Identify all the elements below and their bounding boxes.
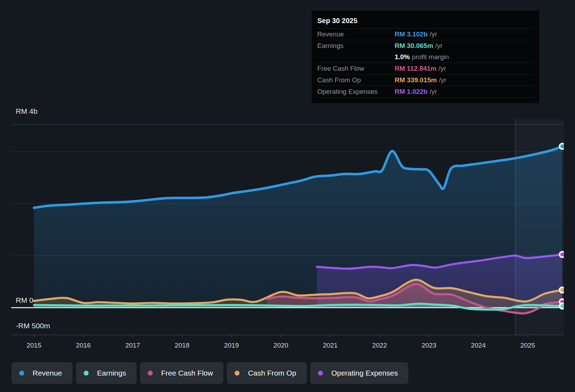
legend-dot-icon (148, 371, 153, 376)
tooltip-row-earnings: EarningsRM 30.065m/yr (317, 40, 534, 51)
x-axis-label-2024: 2024 (471, 342, 486, 349)
legend-label: Cash From Op (248, 369, 296, 377)
tooltip-row-value: RM 339.015m (395, 76, 437, 84)
legend-dot-icon (84, 371, 89, 376)
legend-label: Revenue (33, 369, 62, 377)
x-axis-label-2019: 2019 (224, 342, 239, 349)
tooltip-row-suffix: profit margin (412, 53, 449, 61)
legend-label: Earnings (97, 369, 126, 377)
end-marker-earnings[interactable] (560, 303, 564, 309)
x-axis-label-2017: 2017 (125, 342, 140, 349)
legend-item-cash-from-op[interactable]: Cash From Op (227, 362, 307, 384)
x-axis-label-2016: 2016 (76, 342, 91, 349)
end-marker-operating-expenses[interactable] (560, 252, 564, 257)
financials-chart-page: { "tooltip": { "date": "Sep 30 2025", "r… (0, 0, 575, 392)
legend-item-earnings[interactable]: Earnings (76, 362, 137, 384)
x-axis-label-2022: 2022 (372, 342, 387, 349)
tooltip-rows: RevenueRM 3.102b/yrEarningsRM 30.065m/yr… (317, 29, 534, 98)
tooltip-row-revenue: RevenueRM 3.102b/yr (317, 29, 534, 40)
tooltip-row-label: Revenue (317, 30, 395, 38)
x-axis-label-2015: 2015 (27, 342, 41, 349)
chart-tooltip: Sep 30 2025 RevenueRM 3.102b/yrEarningsR… (312, 10, 539, 103)
tooltip-row-suffix: /yr (430, 30, 437, 38)
tooltip-row-suffix: /yr (438, 65, 446, 72)
x-axis-label-2018: 2018 (175, 342, 189, 349)
tooltip-row-suffix: /yr (435, 42, 443, 50)
x-axis-label-2023: 2023 (422, 342, 436, 349)
tooltip-row-operating-expenses: Operating ExpensesRM 1.022b/yr (317, 86, 534, 98)
tooltip-row-value: RM 3.102b (395, 30, 428, 38)
x-axis-label-2020: 2020 (273, 342, 288, 349)
tooltip-date: Sep 30 2025 (317, 15, 534, 29)
financials-area-chart[interactable] (11, 119, 564, 338)
tooltip-row-suffix: /yr (439, 76, 446, 84)
legend-item-revenue[interactable]: Revenue (12, 362, 72, 384)
tooltip-row-label: Earnings (317, 42, 395, 50)
recent-period-highlight (515, 119, 564, 335)
tooltip-row-value: RM 1.022b (395, 88, 428, 96)
tooltip-row-suffix: /yr (430, 88, 437, 96)
legend-dot-icon (19, 371, 24, 376)
tooltip-row-value: 1.0% (395, 53, 410, 61)
legend-dot-icon (318, 371, 323, 376)
legend-item-operating-expenses[interactable]: Operating Expenses (310, 362, 408, 384)
end-marker-cash-from-op[interactable] (560, 287, 564, 293)
tooltip-row-value: RM 112.841m (395, 65, 436, 72)
chart-legend: RevenueEarningsFree Cash FlowCash From O… (12, 362, 408, 384)
tooltip-row-label: Cash From Op (317, 76, 395, 84)
x-axis-label-2021: 2021 (323, 342, 338, 349)
y-axis-label-4b: RM 4b (16, 107, 37, 115)
tooltip-row-profit-margin: 1.0%profit margin (317, 51, 534, 63)
legend-label: Free Cash Flow (161, 369, 213, 377)
end-marker-revenue[interactable] (560, 144, 564, 149)
tooltip-row-label: Operating Expenses (317, 88, 395, 96)
legend-label: Operating Expenses (331, 369, 398, 377)
x-axis-label-2025: 2025 (520, 342, 535, 349)
legend-dot-icon (235, 371, 240, 376)
tooltip-row-label: Free Cash Flow (317, 65, 395, 72)
legend-item-free-cash-flow[interactable]: Free Cash Flow (140, 362, 223, 384)
tooltip-row-cash-from-op: Cash From OpRM 339.015m/yr (317, 75, 534, 86)
tooltip-row-value: RM 30.065m (395, 42, 433, 50)
tooltip-row-free-cash-flow: Free Cash FlowRM 112.841m/yr (317, 63, 534, 75)
